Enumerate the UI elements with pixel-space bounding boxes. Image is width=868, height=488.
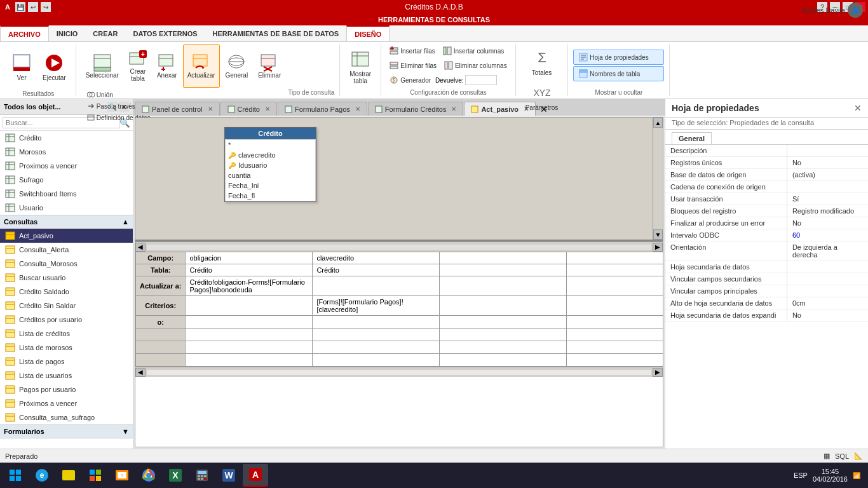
- sidebar-item-pagos-usuario[interactable]: Pagos por usuario: [0, 383, 133, 396]
- ver-button[interactable]: Ver: [6, 44, 37, 89]
- start-button[interactable]: [3, 464, 28, 487]
- cell-empty3-2[interactable]: [313, 354, 440, 367]
- taskbar-ie[interactable]: e: [29, 464, 55, 487]
- eliminar-button[interactable]: Eliminar: [254, 44, 285, 88]
- cell-campo-3[interactable]: [440, 252, 567, 264]
- prop-value-bloqueos[interactable]: Registro modificado: [787, 205, 868, 217]
- eliminar-filas-button[interactable]: Eliminar filas: [386, 59, 440, 72]
- taskbar-excel[interactable]: X: [163, 464, 188, 487]
- cell-empty2-2[interactable]: [313, 341, 440, 354]
- sidebar-item-lista-usuarios[interactable]: Lista de usuarios: [0, 369, 133, 383]
- cell-empty1-3[interactable]: [440, 329, 567, 341]
- cell-criterios-2[interactable]: [Forms]![Formulario Pagos]![clavecredito…: [313, 296, 440, 316]
- taskbar-store[interactable]: [83, 464, 108, 487]
- sidebar-item-consulta-suma-sufrago[interactable]: Consulta_suma_sufrago: [0, 410, 133, 424]
- mostrar-tabla-button[interactable]: Mostrar tabla: [345, 44, 376, 89]
- sidebar-item-act-pasivo[interactable]: Act_pasivo: [0, 229, 133, 243]
- consultas-section-header[interactable]: Consultas ▲: [0, 215, 133, 229]
- sidebar-item-usuario[interactable]: Usuario: [0, 201, 133, 215]
- redo-button[interactable]: ↪: [41, 2, 51, 12]
- hoja-propiedades-button[interactable]: Hoja de propiedades: [573, 50, 664, 65]
- general-button[interactable]: General: [221, 44, 253, 88]
- props-close-button[interactable]: ✕: [854, 103, 862, 113]
- cell-tabla-4[interactable]: [567, 264, 663, 276]
- cell-o-3[interactable]: [440, 316, 567, 329]
- cell-actualizar-2[interactable]: [313, 276, 440, 296]
- insertar-filas-button[interactable]: Insertar filas: [386, 44, 438, 57]
- taskbar-calculator[interactable]: [189, 464, 215, 487]
- scroll-left-btn[interactable]: ◀: [135, 243, 146, 252]
- eliminar-columnas-button[interactable]: Eliminar columnas: [441, 59, 510, 72]
- sidebar-item-lista-creditos[interactable]: Lista de créditos: [0, 327, 133, 341]
- props-tab-general[interactable]: General: [672, 132, 712, 144]
- totales-button[interactable]: Σ Totales: [527, 44, 557, 79]
- crear-tabla-button[interactable]: + Crear tabla: [125, 44, 151, 88]
- field-all[interactable]: *: [226, 140, 315, 150]
- prop-value-vincular-principales[interactable]: [787, 285, 868, 297]
- cell-criterios-4[interactable]: [567, 296, 663, 316]
- field-cuantia[interactable]: cuantia: [226, 170, 315, 180]
- nombres-tabla-button[interactable]: Nombres de tabla: [573, 66, 664, 81]
- cell-o-2[interactable]: [313, 316, 440, 329]
- scroll-up-btn[interactable]: ▲: [653, 118, 663, 128]
- tab-formulario-creditos[interactable]: Formulario Créditos ✕: [368, 102, 464, 116]
- sidebar-item-proximos-vencer[interactable]: Proximos a vencer: [0, 159, 133, 173]
- cell-empty3-3[interactable]: [440, 354, 567, 367]
- devuelve-input[interactable]: [465, 75, 497, 85]
- prop-value-hoja-secundaria[interactable]: [787, 261, 868, 273]
- prop-value-hoja-expandi[interactable]: No: [787, 309, 868, 322]
- grid-scroll-left[interactable]: ◀: [135, 368, 146, 377]
- prop-value-alto-hoja[interactable]: 0cm: [787, 297, 868, 309]
- seleccionar-button[interactable]: Seleccionar: [81, 44, 123, 88]
- taskbar-network[interactable]: 📶: [853, 472, 860, 479]
- cell-empty3-4[interactable]: [567, 354, 663, 367]
- cell-criterios-3[interactable]: [440, 296, 567, 316]
- tab-crear[interactable]: CREAR: [85, 25, 125, 41]
- sidebar-item-buscar-usuario[interactable]: Buscar usuario: [0, 271, 133, 285]
- cell-empty2-1[interactable]: [186, 341, 313, 354]
- tab-diseno[interactable]: DISEÑO: [346, 25, 390, 41]
- anexar-button[interactable]: Anexar: [153, 44, 182, 88]
- field-fecha-fi[interactable]: Fecha_fi: [226, 191, 315, 201]
- sidebar-item-proximos-vencer-query[interactable]: Próximos a vencer: [0, 396, 133, 410]
- sidebar-item-consulta-alerta[interactable]: Consulta_Alerta: [0, 243, 133, 257]
- scroll-right-btn[interactable]: ▶: [653, 243, 663, 252]
- sidebar-item-credito-sin-saldar[interactable]: Crédito Sin Saldar: [0, 299, 133, 313]
- cell-tabla-1[interactable]: Crédito: [186, 264, 313, 276]
- prop-value-finalizar-error[interactable]: No: [787, 217, 868, 229]
- prop-value-registros-unicos[interactable]: No: [787, 157, 868, 169]
- prop-value-base-datos[interactable]: (activa): [787, 169, 868, 181]
- taskbar-clock[interactable]: 15:45 04/02/2016: [813, 468, 848, 483]
- tab-archivo[interactable]: ARCHIVO: [0, 25, 49, 41]
- sidebar-item-credito[interactable]: Crédito: [0, 131, 133, 145]
- sidebar-item-lista-pagos[interactable]: Lista de pagos: [0, 355, 133, 369]
- cell-tabla-2[interactable]: Crédito: [313, 264, 440, 276]
- sidebar-item-switchboard[interactable]: Switchboard Items: [0, 187, 133, 201]
- sidebar-item-sufrago[interactable]: Sufrago: [0, 173, 133, 187]
- prop-value-intervalo-odbc[interactable]: 60: [787, 229, 868, 241]
- grid-hscrollbar[interactable]: ◀ ▶: [135, 367, 663, 377]
- cell-empty2-4[interactable]: [567, 341, 663, 354]
- prop-value-usar-transaccion[interactable]: Sí: [787, 193, 868, 205]
- cell-empty3-1[interactable]: [186, 354, 313, 367]
- cell-empty2-3[interactable]: [440, 341, 567, 354]
- undo-button[interactable]: ↩: [28, 2, 38, 12]
- taskbar-chrome[interactable]: [136, 464, 161, 487]
- ejecutar-button[interactable]: Ejecutar: [38, 44, 71, 89]
- tab-datos-externos[interactable]: DATOS EXTERNOS: [125, 25, 205, 41]
- insertar-columnas-button[interactable]: Insertar columnas: [440, 44, 507, 57]
- cell-criterios-1[interactable]: [186, 296, 313, 316]
- prop-value-descripcion[interactable]: [787, 145, 868, 157]
- taskbar-word[interactable]: W: [216, 464, 241, 487]
- cell-campo-4[interactable]: [567, 252, 663, 264]
- cell-campo-1[interactable]: obligacion: [186, 252, 313, 264]
- prop-value-vincular-secundarios[interactable]: [787, 273, 868, 285]
- taskbar-access[interactable]: A: [243, 464, 268, 487]
- quick-access-save[interactable]: 💾: [15, 2, 25, 12]
- union-button[interactable]: Unión: [84, 89, 286, 100]
- tab-pagos-close[interactable]: ✕: [355, 105, 360, 112]
- cell-o-4[interactable]: [567, 316, 663, 329]
- formularios-section-header[interactable]: Formularios ▼: [0, 424, 133, 438]
- parametros-button[interactable]: XYZ Parámetros: [521, 79, 563, 114]
- sidebar-item-credito-saldado[interactable]: Crédito Saldado: [0, 285, 133, 299]
